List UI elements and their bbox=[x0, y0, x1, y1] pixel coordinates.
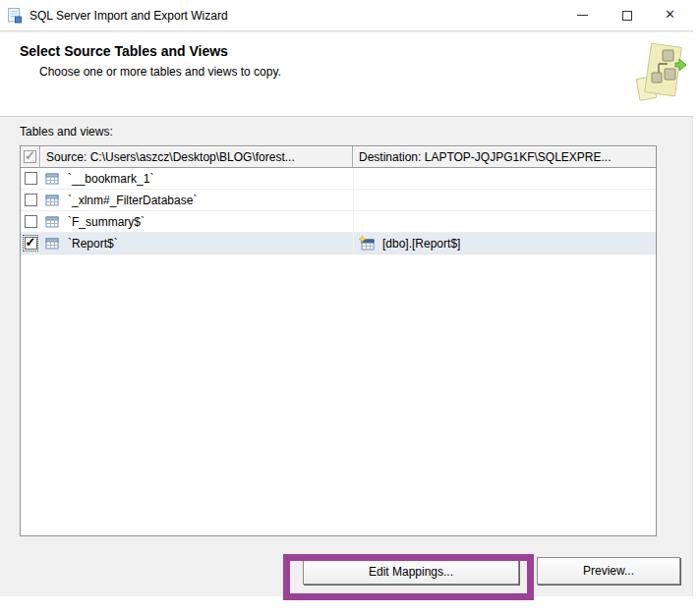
source-table-name: `_xlnm#_FilterDatabase` bbox=[68, 194, 197, 207]
close-button[interactable] bbox=[649, 0, 693, 30]
table-grid-icon bbox=[45, 172, 59, 186]
maximize-icon bbox=[622, 11, 632, 21]
destination-table-name: [dbo].[Report$] bbox=[382, 237, 460, 251]
source-column-header[interactable]: Source: C:\Users\aszcz\Desktop\BLOG\fore… bbox=[40, 146, 353, 168]
select-all-header-cell[interactable] bbox=[21, 146, 40, 168]
row-checkbox[interactable] bbox=[25, 215, 37, 228]
destination-column-header[interactable]: Destination: LAPTOP-JQJPG1KF\SQLEXPRE... bbox=[353, 146, 656, 168]
app-icon bbox=[7, 8, 23, 24]
screenshot-page: SQL Server Import and Export Wizard Sele… bbox=[0, 0, 700, 614]
source-cell: `_xlnm#_FilterDatabase` bbox=[40, 190, 353, 210]
maximize-button[interactable] bbox=[605, 0, 649, 30]
minimize-icon bbox=[577, 15, 588, 16]
header-divider bbox=[0, 116, 693, 117]
table-row[interactable]: `__bookmark_1` bbox=[21, 168, 656, 190]
table-grid-icon bbox=[45, 194, 59, 207]
grid-header-row: Source: C:\Users\aszcz\Desktop\BLOG\fore… bbox=[21, 146, 656, 168]
destination-cell bbox=[353, 211, 656, 232]
new-table-grid-icon bbox=[359, 236, 376, 251]
source-cell: `Report$` bbox=[40, 233, 353, 253]
source-cell: `__bookmark_1` bbox=[40, 168, 353, 189]
source-table-name: `__bookmark_1` bbox=[68, 172, 153, 186]
source-cell: `F_summary$` bbox=[40, 211, 353, 232]
row-checkbox-cell bbox=[21, 168, 40, 189]
table-row[interactable]: `_xlnm#_FilterDatabase` bbox=[21, 190, 656, 211]
source-table-name: `Report$` bbox=[68, 237, 118, 251]
tables-and-views-label: Tables and views: bbox=[20, 125, 113, 139]
table-grid-icon bbox=[45, 237, 59, 251]
destination-cell bbox=[353, 168, 656, 189]
row-checkbox-cell bbox=[21, 233, 40, 253]
minimize-button[interactable] bbox=[560, 0, 605, 30]
close-icon bbox=[666, 10, 676, 21]
tables-grid: Source: C:\Users\aszcz\Desktop\BLOG\fore… bbox=[20, 145, 657, 536]
page-subtitle: Choose one or more tables and views to c… bbox=[39, 65, 281, 79]
title-bar[interactable]: SQL Server Import and Export Wizard bbox=[0, 0, 693, 31]
window-controls bbox=[560, 0, 693, 30]
window-title: SQL Server Import and Export Wizard bbox=[29, 9, 228, 23]
destination-cell bbox=[353, 190, 656, 210]
destination-cell: [dbo].[Report$] bbox=[353, 233, 656, 253]
table-diagram-with-green-arrow-icon bbox=[635, 42, 690, 107]
annotation-highlight-rectangle bbox=[283, 554, 534, 600]
page-title: Select Source Tables and Views bbox=[20, 43, 228, 59]
table-row[interactable]: `F_summary$` bbox=[21, 211, 656, 233]
select-all-checkbox[interactable] bbox=[24, 150, 36, 163]
row-checkbox[interactable] bbox=[25, 194, 37, 206]
table-row[interactable]: `Report$` [dbo].[Report$] bbox=[21, 233, 656, 254]
source-table-name: `F_summary$` bbox=[68, 215, 145, 229]
preview-button[interactable]: Preview... bbox=[537, 557, 680, 585]
row-checkbox-cell bbox=[21, 190, 40, 210]
row-checkbox[interactable] bbox=[25, 172, 37, 185]
row-checkbox-cell bbox=[21, 211, 40, 232]
row-checkbox[interactable] bbox=[25, 237, 37, 250]
wizard-header: Select Source Tables and Views Choose on… bbox=[0, 32, 693, 116]
import-export-wizard-dialog: SQL Server Import and Export Wizard Sele… bbox=[0, 0, 693, 596]
table-grid-icon bbox=[45, 215, 59, 229]
